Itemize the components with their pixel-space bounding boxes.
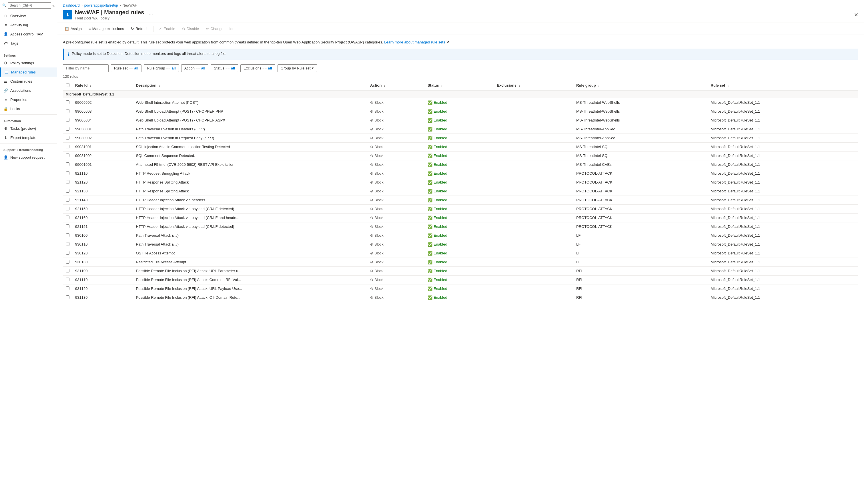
row-checkbox[interactable] [66,278,70,281]
rule-group-sort[interactable]: ↕ [598,84,600,87]
row-checkbox-cell [63,213,72,222]
exclusions-cell [494,98,573,107]
rule-set-cell: Microsoft_DefaultRuleSet_1.1 [708,204,858,213]
more-options-button[interactable]: ··· [147,11,155,18]
change-action-button[interactable]: ✏ Change action [203,25,237,32]
row-checkbox[interactable] [66,163,70,166]
rule-set-cell: Microsoft_DefaultRuleSet_1.1 [708,125,858,133]
rule-group-cell: RFI [573,266,708,275]
rule-id-sort[interactable]: ↕ [90,84,92,87]
rule-set-filter[interactable]: Rule set == all [111,64,142,72]
row-checkbox[interactable] [66,171,70,175]
status-sort[interactable]: ↕ [441,84,443,87]
exclusions-cell [494,222,573,231]
row-checkbox[interactable] [66,242,70,246]
description-sort[interactable]: ↕ [159,84,160,87]
manage-exclusions-button[interactable]: ≡ Manage exclusions [86,25,127,32]
table-row: 930100 Path Traversal Attack (/../) ⊘ Bl… [63,231,858,240]
sidebar-item-custom-rules[interactable]: ☰ Custom rules [0,76,57,86]
select-all-checkbox[interactable] [66,83,70,87]
enabled-icon: ✅ [428,260,432,264]
action-cell: ⊘ Block [367,257,425,266]
sidebar-item-activity-log[interactable]: ≡ Activity log [0,20,57,29]
sidebar-item-export-template[interactable]: ⬇ Export template [0,133,57,142]
sidebar-collapse-button[interactable]: « [52,3,55,8]
row-checkbox[interactable] [66,260,70,264]
action-sort[interactable]: ↕ [384,84,386,87]
sidebar-item-associations[interactable]: 🔗 Associations [0,86,57,95]
filter-name-input[interactable] [63,64,109,72]
enabled-icon: ✅ [428,180,432,185]
row-checkbox[interactable] [66,189,70,193]
row-checkbox[interactable] [66,136,70,140]
row-checkbox[interactable] [66,286,70,290]
rule-id-cell: 99005003 [72,107,133,116]
sidebar-item-managed-rules[interactable]: ☰ Managed rules [0,68,57,76]
close-button[interactable]: ✕ [854,12,858,18]
rule-id-cell: 931100 [72,266,133,275]
sidebar-item-label: New support request [10,155,45,159]
exclusions-cell [494,240,573,249]
rule-id-cell: 921151 [72,222,133,231]
rule-id-cell: 930120 [72,249,133,257]
disable-label: Disable [187,27,199,31]
sidebar-item-access-control[interactable]: 👤 Access control (IAM) [0,29,57,39]
content-area: A pre-configured rule set is enabled by … [57,35,864,504]
rule-set-cell: Microsoft_DefaultRuleSet_1.1 [708,169,858,178]
row-checkbox[interactable] [66,198,70,202]
status-filter[interactable]: Status == all [211,64,238,72]
exclusions-cell [494,195,573,204]
exclusions-sort[interactable]: ↕ [519,84,520,87]
row-checkbox[interactable] [66,269,70,273]
row-checkbox[interactable] [66,145,70,148]
refresh-button[interactable]: ↻ Refresh [128,25,152,32]
rules-table-container: Rule Id ↕ Description ↕ Action ↕ Statu [63,81,858,302]
sidebar-item-new-support[interactable]: 👤 New support request [0,153,57,162]
search-input[interactable] [8,2,51,9]
assign-button[interactable]: 📋 Assign [62,25,85,32]
status-filter-value: all [231,66,235,70]
status-cell: ✅ Enabled [425,213,494,222]
row-checkbox[interactable] [66,118,70,122]
rule-group-cell: LFI [573,231,708,240]
row-checkbox-cell [63,266,72,275]
rule-set-cell: Microsoft_DefaultRuleSet_1.1 [708,275,858,284]
enable-button[interactable]: ✓ Enable [156,25,178,32]
breadcrumb-setup[interactable]: powerappsportalsetup [84,3,118,8]
row-checkbox[interactable] [66,225,70,228]
status-cell: ✅ Enabled [425,204,494,213]
row-checkbox-cell [63,107,72,116]
rule-set-cell: Microsoft_DefaultRuleSet_1.1 [708,257,858,266]
row-checkbox[interactable] [66,180,70,184]
row-checkbox[interactable] [66,233,70,237]
rule-group-cell: PROTOCOL-ATTACK [573,213,708,222]
row-checkbox[interactable] [66,251,70,255]
row-checkbox[interactable] [66,207,70,211]
rule-group-filter[interactable]: Rule group == all [144,64,179,72]
disable-button[interactable]: ⊘ Disable [179,25,202,32]
row-checkbox-cell [63,222,72,231]
sidebar-item-tags[interactable]: 🏷 Tags [0,39,57,48]
row-checkbox[interactable] [66,127,70,131]
sidebar-item-tasks[interactable]: ⚙ Tasks (preview) [0,124,57,133]
exclusions-cell [494,178,573,187]
rule-set-sort[interactable]: ↕ [728,84,729,87]
sidebar-item-overview[interactable]: ⊙ Overview [0,11,57,20]
sidebar-item-locks[interactable]: 🔒 Locks [0,104,57,113]
info-link[interactable]: Learn more about managed rule sets [384,40,445,44]
sidebar-item-properties[interactable]: ≡ Properties [0,95,57,104]
row-checkbox[interactable] [66,154,70,157]
breadcrumb-dashboard[interactable]: Dashboard [63,3,80,8]
row-checkbox[interactable] [66,100,70,104]
group-by-button[interactable]: Group by Rule set ▾ [277,64,317,72]
rule-group-cell: PROTOCOL-ATTACK [573,187,708,195]
search-icon: 🔍 [2,3,7,8]
description-cell: Web Shell Interaction Attempt (POST) [133,98,367,107]
row-checkbox[interactable] [66,109,70,113]
exclusions-filter[interactable]: Exclusions == all [240,64,275,72]
sidebar-item-policy-settings[interactable]: ⚙ Policy settings [0,58,57,68]
action-filter[interactable]: Action == all [181,64,208,72]
change-action-label: Change action [211,27,235,31]
row-checkbox[interactable] [66,295,70,299]
row-checkbox[interactable] [66,216,70,219]
